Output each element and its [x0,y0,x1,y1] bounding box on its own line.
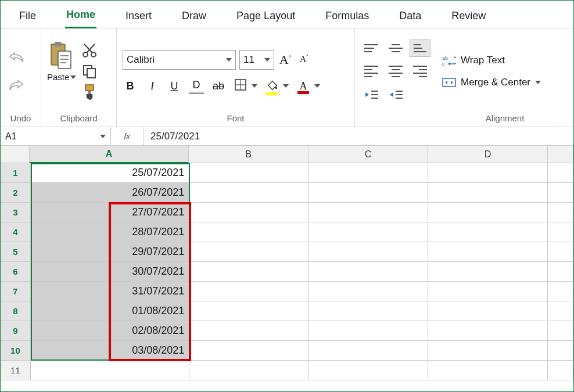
cell-E3[interactable] [548,203,573,222]
tab-insert[interactable]: Insert [124,10,153,28]
cell-D2[interactable] [428,183,548,203]
cell-B11[interactable] [189,361,309,380]
col-header-B[interactable]: B [189,146,308,163]
cell-E6[interactable] [548,262,573,282]
align-top-button[interactable] [361,39,382,57]
cell-D8[interactable] [428,301,548,321]
tab-formulas[interactable]: Formulas [324,10,370,28]
borders-button[interactable] [233,79,248,93]
cell-C5[interactable] [309,242,429,262]
row-header-2[interactable]: 2 [1,183,31,203]
cell-A6[interactable]: 30/07/2021 [31,262,189,282]
merge-center-button[interactable]: Merge & Center [442,77,541,88]
row-header-1[interactable]: 1 [1,163,31,183]
col-header-C[interactable]: C [308,146,428,163]
cell-C7[interactable] [309,282,429,301]
cell-C2[interactable] [309,183,429,203]
cell-C6[interactable] [309,262,429,282]
cell-A10[interactable]: 03/08/2021 [31,341,189,361]
col-header-A[interactable]: A [30,146,189,163]
cell-D4[interactable] [428,222,548,242]
cell-D7[interactable] [428,282,548,301]
fill-color-button[interactable] [264,79,279,93]
fx-label[interactable]: fx [111,127,144,145]
cell-B9[interactable] [189,321,309,341]
cell-C8[interactable] [309,301,429,321]
copy-button[interactable] [80,62,99,81]
cell-B3[interactable] [189,203,309,222]
cell-B5[interactable] [189,242,309,262]
select-all-corner[interactable] [1,146,30,163]
row-header-8[interactable]: 8 [1,301,31,321]
decrease-indent-button[interactable] [361,86,382,103]
font-size-select[interactable]: 11 [239,50,274,70]
cell-D10[interactable] [428,341,548,361]
row-header-4[interactable]: 4 [1,222,31,242]
chevron-down-icon[interactable] [100,135,106,138]
decrease-font-button[interactable]: Aˇ [296,54,311,64]
tab-file[interactable]: File [18,10,37,28]
cell-A9[interactable]: 02/08/2021 [31,321,189,341]
redo-button[interactable] [6,75,26,95]
cut-button[interactable] [80,41,99,60]
cell-D5[interactable] [428,242,548,262]
cell-A4[interactable]: 28/07/2021 [31,222,189,242]
tab-review[interactable]: Review [450,10,487,28]
col-header-E[interactable] [548,146,573,163]
cell-E2[interactable] [548,183,573,203]
tab-page-layout[interactable]: Page Layout [235,10,296,28]
cell-C1[interactable] [309,163,429,183]
underline-button[interactable]: U [167,80,182,92]
strikethrough-button[interactable]: ab [211,80,226,92]
cell-A1[interactable]: 25/07/2021 [31,163,189,183]
chevron-down-icon[interactable] [314,84,320,88]
cell-B6[interactable] [189,262,309,282]
undo-button[interactable] [6,48,26,67]
cell-D3[interactable] [428,203,548,222]
formula-input[interactable]: 25/07/2021 [144,127,573,145]
name-box[interactable]: A1 [1,127,111,145]
cell-B2[interactable] [189,183,309,203]
tab-home[interactable]: Home [65,9,96,28]
align-middle-button[interactable] [385,39,406,57]
cell-E11[interactable] [548,361,573,380]
cell-A7[interactable]: 31/07/2021 [31,282,189,301]
row-header-9[interactable]: 9 [1,321,31,341]
cell-D11[interactable] [428,361,548,380]
chevron-down-icon[interactable] [252,84,257,88]
cell-B10[interactable] [189,341,309,361]
cell-D9[interactable] [428,321,548,341]
bold-button[interactable]: B [123,80,138,92]
align-center-button[interactable] [385,63,406,80]
cell-C3[interactable] [309,203,429,222]
cell-E8[interactable] [548,301,573,321]
row-header-7[interactable]: 7 [1,282,31,301]
cell-A8[interactable]: 01/08/2021 [31,301,189,321]
row-header-3[interactable]: 3 [1,203,31,222]
row-header-5[interactable]: 5 [1,242,31,262]
cell-E10[interactable] [548,341,573,361]
align-right-button[interactable] [410,63,430,80]
cell-D6[interactable] [428,262,548,282]
increase-font-button[interactable]: A^ [278,52,293,67]
format-painter-button[interactable] [80,82,99,102]
cell-E9[interactable] [548,321,573,341]
font-name-select[interactable]: Calibri [123,50,236,70]
cell-B1[interactable] [189,163,309,183]
row-header-6[interactable]: 6 [1,262,31,282]
tab-draw[interactable]: Draw [181,10,207,28]
cell-B8[interactable] [189,301,309,321]
cell-E7[interactable] [548,282,573,301]
row-header-11[interactable]: 11 [1,361,31,380]
cell-E1[interactable] [548,163,573,183]
italic-button[interactable]: I [145,80,160,92]
tab-data[interactable]: Data [398,10,422,28]
paste-button[interactable]: Paste [47,41,76,102]
cell-C4[interactable] [309,222,429,242]
cell-C9[interactable] [309,321,429,341]
cell-A2[interactable]: 26/07/2021 [31,183,189,203]
chevron-down-icon[interactable] [283,84,289,88]
col-header-D[interactable]: D [428,146,548,163]
cell-E4[interactable] [548,222,573,242]
cell-A5[interactable]: 29/07/2021 [31,242,189,262]
